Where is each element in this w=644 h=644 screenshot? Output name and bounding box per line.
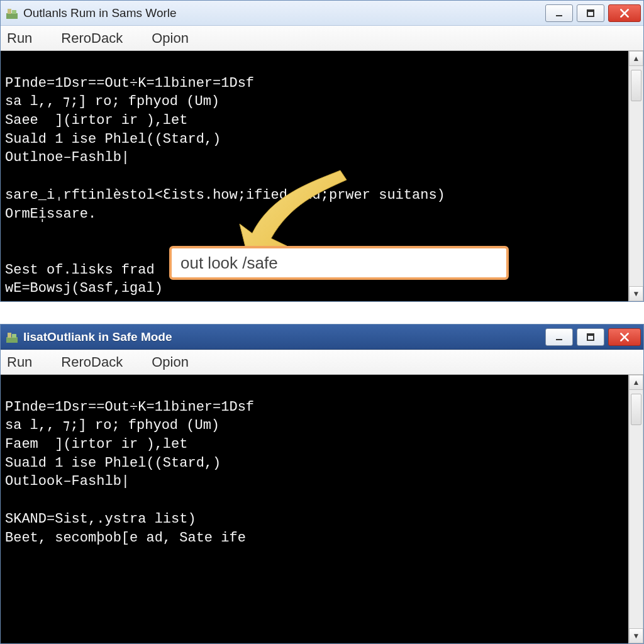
minimize-button[interactable] (545, 328, 573, 346)
run-command-input[interactable]: out look /safe (169, 246, 509, 280)
menu-opion[interactable]: Opion (148, 28, 192, 49)
term-line: Suald 1 ise Phlel((Stard,) (5, 131, 221, 147)
term-line: sa l,, ⁊;] ro; fphyod (Um) (5, 94, 219, 109)
scroll-up-icon[interactable]: ▲ (629, 51, 643, 66)
titlebar[interactable]: IisatOutliank in Safe Mode (1, 325, 643, 350)
term-line: Outlook–Fashlb| (5, 474, 130, 489)
term-line: OrmEi̩ssare. (5, 206, 96, 222)
vertical-scrollbar[interactable]: ▲ ▼ (628, 51, 643, 301)
scroll-up-icon[interactable]: ▲ (629, 375, 643, 390)
term-line: SKAND=Sist,.ystra list) (5, 511, 196, 527)
svg-rect-8 (12, 334, 16, 338)
term-line: Beet, secomþob[e ad, Sate ife (5, 530, 246, 546)
menu-opion[interactable]: Opion (148, 352, 192, 373)
menubar: Run ReroDack Opion (1, 26, 643, 51)
terminal-area: PInde=1Dsr==Out÷K=1lbiner=1Dsf sa l,, ⁊;… (1, 375, 643, 643)
term-line: sa l,, ⁊;] ro; fphyod (Um) (5, 418, 219, 433)
term-line: Outlnoe–Fashlb| (5, 150, 130, 165)
term-line: Saee ](irtor ir ),let (5, 113, 187, 128)
maximize-button[interactable] (577, 4, 604, 22)
svg-rect-9 (556, 339, 562, 340)
scrollbar-track[interactable] (629, 390, 643, 628)
menu-rerodack[interactable]: ReroDack (57, 28, 126, 49)
svg-rect-2 (12, 10, 16, 14)
window-title-prefix: IisatOutliank (23, 330, 95, 343)
term-line: Suald 1 ise Phlel((Stard,) (5, 455, 221, 471)
term-line: Faem ](irtor ir ),let (5, 436, 187, 452)
window-controls (545, 328, 641, 346)
svg-rect-5 (587, 10, 594, 12)
scrollbar-thumb[interactable] (631, 394, 641, 425)
maximize-button[interactable] (577, 328, 604, 346)
menu-rerodack[interactable]: ReroDack (57, 352, 126, 373)
app-icon (6, 7, 18, 19)
menu-run[interactable]: Run (3, 28, 36, 49)
scroll-down-icon[interactable]: ▼ (629, 286, 643, 301)
window-bottom: IisatOutliank in Safe Mode Run ReroDack … (0, 324, 644, 644)
svg-rect-7 (8, 333, 11, 338)
app-icon (6, 331, 18, 343)
window-controls (545, 4, 641, 22)
svg-rect-0 (6, 13, 18, 19)
term-line: Sest of.lisks frad (5, 262, 155, 278)
svg-rect-11 (587, 334, 594, 336)
scrollbar-track[interactable] (629, 66, 643, 286)
scrollbar-thumb[interactable] (631, 70, 641, 101)
menu-run[interactable]: Run (3, 352, 36, 373)
run-command-text: out look /safe (180, 253, 278, 273)
titlebar[interactable]: Outlanls Rum in Sams Worle (1, 1, 643, 26)
close-button[interactable] (608, 4, 641, 22)
window-title-tail: in Safe Mode (95, 330, 172, 343)
term-line: PInde=1Dsr==Out÷K=1lbiner=1Dsf (5, 75, 254, 91)
close-button[interactable] (608, 328, 641, 346)
window-title: IisatOutliank in Safe Mode (23, 330, 545, 344)
minimize-button[interactable] (545, 4, 573, 22)
terminal-output[interactable]: PInde=1Dsr==Out÷K=1lbiner=1Dsf sa l,, ⁊;… (1, 375, 628, 643)
menubar: Run ReroDack Opion (1, 350, 643, 375)
window-top: Outlanls Rum in Sams Worle Run ReroDack … (0, 0, 644, 302)
svg-rect-3 (556, 15, 562, 16)
term-line: PInde=1Dsr==Out÷K=1lbiner=1Dsf (5, 399, 254, 415)
term-line: sare_iˌrftinlèstol<Ɛists.how;ified-and;p… (5, 187, 445, 203)
scroll-down-icon[interactable]: ▼ (629, 628, 643, 643)
term-line: wE=Bowsj(Sasf,igal) (5, 280, 163, 296)
svg-rect-6 (6, 337, 18, 343)
window-title: Outlanls Rum in Sams Worle (23, 6, 545, 20)
svg-rect-1 (8, 9, 11, 14)
vertical-scrollbar[interactable]: ▲ ▼ (628, 375, 643, 643)
